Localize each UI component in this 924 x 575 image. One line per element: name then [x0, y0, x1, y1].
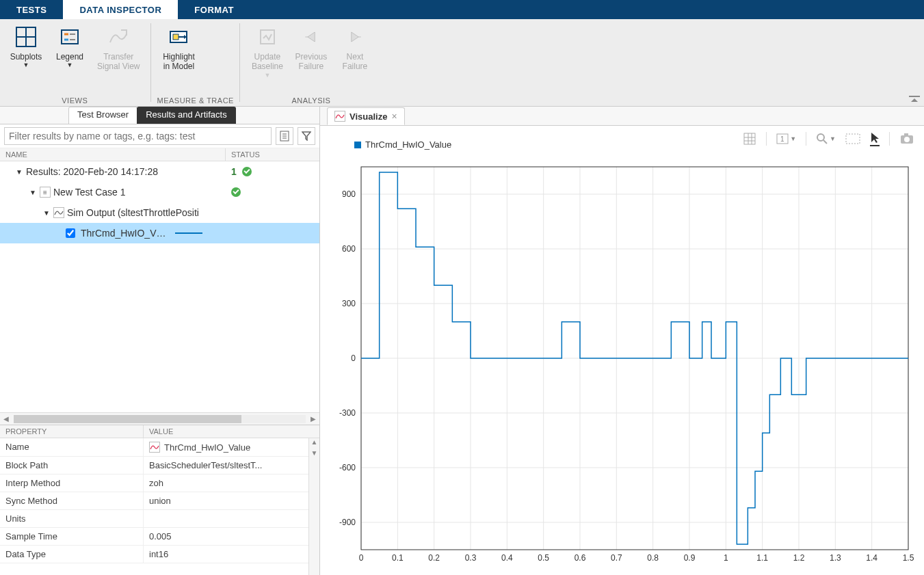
signal-icon: [149, 442, 160, 453]
report-button[interactable]: [276, 127, 293, 145]
svg-text:1: 1: [780, 135, 784, 143]
property-value: BasicSchedulerTest/sltestT...: [144, 457, 308, 474]
svg-text:1.1: 1.1: [756, 553, 768, 563]
ribbon-collapse-button[interactable]: [909, 94, 920, 105]
right-panel: Visualize × 1▼ ▼ ThrCmd_HwIO_Value -900-…: [320, 107, 924, 575]
tree-row-signal[interactable]: ThrCmd_HwIO_V…: [0, 223, 319, 243]
ribbon: Subplots ▼ Legend ▼ Transfer Signal View…: [0, 19, 924, 107]
svg-text:0.3: 0.3: [465, 553, 477, 563]
property-row: Data Typeint16: [0, 546, 308, 563]
svg-text:0.2: 0.2: [428, 553, 440, 563]
tab-tests[interactable]: TESTS: [0, 0, 63, 19]
property-row: NameThrCmd_HwIO_Value: [0, 438, 308, 457]
expand-toggle-icon[interactable]: ▼: [42, 209, 51, 217]
ribbon-group-measure-label: MEASURE & TRACE: [157, 96, 233, 106]
scroll-right-icon[interactable]: ▶: [307, 415, 319, 423]
svg-text:0.6: 0.6: [575, 553, 586, 563]
pass-icon: [231, 187, 241, 197]
transfer-icon: [106, 25, 131, 49]
tree-hscrollbar[interactable]: ◀ ▶: [0, 412, 319, 425]
tab-format[interactable]: FORMAT: [178, 0, 250, 19]
property-row: Sync Methodunion: [0, 492, 308, 510]
zoom-button[interactable]: ▼: [816, 133, 836, 145]
svg-rect-18: [744, 133, 755, 144]
subplots-button[interactable]: Subplots ▼: [4, 22, 48, 96]
svg-rect-29: [904, 133, 908, 136]
tree-row-simoutput[interactable]: ▼Sim Output (sltestThrottlePositi: [0, 202, 319, 223]
property-value: union: [144, 492, 308, 509]
filter-button[interactable]: [298, 127, 315, 145]
scroll-down-icon[interactable]: ▼: [309, 449, 319, 460]
svg-text:1.4: 1.4: [866, 553, 877, 563]
props-vscrollbar[interactable]: ▲ ▼: [308, 438, 319, 575]
signal-checkbox[interactable]: [66, 228, 75, 238]
grid-button[interactable]: [743, 132, 756, 146]
svg-text:-600: -600: [339, 463, 356, 472]
col-name-header: NAME: [0, 148, 226, 161]
svg-text:0.9: 0.9: [684, 553, 696, 563]
tab-visualize[interactable]: Visualize ×: [327, 107, 405, 125]
svg-rect-9: [173, 34, 179, 40]
ribbon-group-analysis-label: ANALYSIS: [246, 96, 377, 106]
tab-results-artifacts[interactable]: Results and Artifacts: [137, 107, 236, 124]
svg-text:0: 0: [359, 553, 364, 563]
tree-row-testcase[interactable]: ▼≡New Test Case 1: [0, 182, 319, 202]
svg-text:-900: -900: [339, 518, 356, 527]
highlight-in-model-button[interactable]: Highlight in Model: [157, 22, 200, 96]
svg-text:300: 300: [342, 299, 356, 308]
svg-text:0.8: 0.8: [647, 553, 659, 563]
property-value: int16: [144, 546, 308, 563]
update-baseline-button: Update Baseline ▼: [246, 22, 289, 96]
property-key: Sample Time: [0, 528, 144, 545]
svg-text:1.2: 1.2: [793, 553, 805, 563]
scroll-left-icon[interactable]: ◀: [0, 415, 12, 423]
expand-toggle-icon[interactable]: ▼: [29, 189, 37, 196]
property-row: Interp Methodzoh: [0, 474, 308, 492]
svg-text:600: 600: [342, 244, 356, 254]
cursor-button[interactable]: [870, 131, 880, 146]
previous-failure-button: Previous Failure: [289, 22, 333, 96]
property-value: [144, 510, 308, 527]
svg-text:0.7: 0.7: [611, 553, 622, 563]
legend-icon: [57, 25, 82, 49]
tree-row-results[interactable]: ▼Results: 2020-Feb-20 14:17:28 1: [0, 161, 319, 182]
chart-plot[interactable]: -900-600-300030060090000.10.20.30.40.50.…: [327, 160, 915, 575]
tab-data-inspector[interactable]: DATA INSPECTOR: [63, 0, 178, 19]
line-swatch: [175, 232, 202, 234]
arrow-left-icon: [299, 25, 324, 49]
property-key: Block Path: [0, 457, 144, 474]
tab-test-browser[interactable]: Test Browser: [68, 107, 137, 124]
svg-text:0: 0: [351, 353, 356, 363]
property-key: Interp Method: [0, 474, 144, 492]
scroll-up-icon[interactable]: ▲: [309, 438, 319, 449]
col-value-header: VALUE: [144, 425, 319, 438]
expand-toggle-icon[interactable]: ▼: [15, 168, 23, 176]
caret-down-icon: ▼: [67, 62, 73, 69]
property-key: Name: [0, 438, 144, 456]
legend-button[interactable]: Legend ▼: [48, 22, 92, 96]
transfer-signal-view-button: Transfer Signal View: [92, 22, 145, 96]
svg-text:0.5: 0.5: [538, 553, 549, 563]
layout-button[interactable]: 1▼: [776, 133, 796, 144]
chart-toolbar: 1▼ ▼: [743, 131, 914, 146]
fit-button[interactable]: [845, 133, 860, 144]
svg-rect-3: [62, 30, 78, 44]
property-key: Units: [0, 510, 144, 527]
update-baseline-icon: [255, 25, 280, 49]
legend-swatch: [354, 142, 361, 148]
arrow-right-icon: [343, 25, 367, 49]
property-value: ThrCmd_HwIO_Value: [144, 438, 308, 456]
close-icon[interactable]: ×: [391, 111, 397, 122]
property-row: Block PathBasicSchedulerTest/sltestT...: [0, 457, 308, 474]
property-value: 0.005: [144, 528, 308, 545]
camera-button[interactable]: [899, 133, 914, 145]
property-value: zoh: [144, 474, 308, 492]
filter-input[interactable]: [4, 127, 272, 145]
property-key: Data Type: [0, 546, 144, 563]
svg-point-25: [817, 134, 824, 141]
subplots-icon: [14, 25, 38, 49]
property-row: Sample Time0.005: [0, 528, 308, 546]
svg-text:0.4: 0.4: [501, 553, 513, 563]
svg-rect-27: [846, 134, 860, 144]
signal-icon: [53, 207, 64, 218]
